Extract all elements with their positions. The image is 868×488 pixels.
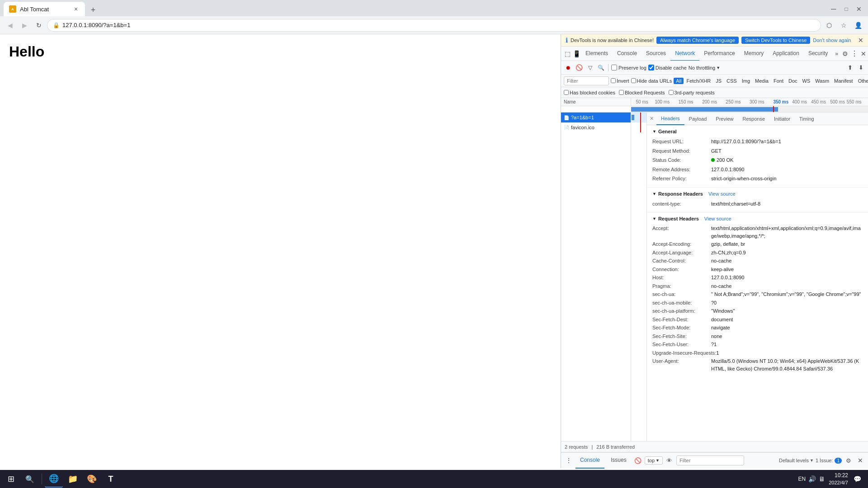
tab-application[interactable]: Application (768, 47, 804, 61)
tab-close-icon[interactable]: × (72, 5, 80, 13)
filter-type-media[interactable]: Media (753, 78, 771, 84)
upload-icon[interactable]: ⬆ (845, 63, 854, 72)
issue-count-badge[interactable]: 1 Issue: 1 (816, 458, 842, 464)
infobar-close-icon[interactable]: ✕ (858, 37, 863, 44)
console-settings-icon[interactable]: ⚙ (844, 455, 854, 465)
filter-type-font[interactable]: Font (771, 78, 786, 84)
forward-button[interactable]: ▶ (18, 19, 31, 32)
preserve-log-checkbox[interactable]: Preserve log (611, 65, 646, 70)
filter-input[interactable] (564, 76, 609, 85)
address-bar[interactable]: 🔒 127.0.0.1:8090/?a=1&b=1 (47, 19, 821, 32)
filter-type-all[interactable]: All (674, 78, 684, 84)
devtools-inspect-icon[interactable]: ⬚ (563, 47, 572, 60)
disable-cache-input[interactable] (648, 65, 654, 70)
hide-data-urls-checkbox[interactable]: Hide data URLs (631, 78, 672, 84)
blocked-cookies-checkbox[interactable]: Has blocked cookies (564, 90, 615, 95)
details-tab-timing[interactable]: Timing (795, 113, 819, 125)
details-close-icon[interactable]: ✕ (647, 116, 656, 122)
top-dropdown[interactable]: top ▼ (645, 456, 663, 465)
filter-type-css[interactable]: CSS (724, 78, 739, 84)
filter-type-wasm[interactable]: Wasm (813, 78, 831, 84)
clear-button[interactable]: 🚫 (575, 63, 584, 72)
devtools-device-icon[interactable]: 📱 (572, 47, 581, 60)
tab-network[interactable]: Network (670, 47, 699, 61)
devtools-close-icon[interactable]: ✕ (859, 47, 868, 60)
console-clear-icon[interactable]: 🚫 (633, 455, 643, 465)
search-button[interactable]: 🔍 (596, 63, 605, 72)
tab-more-icon[interactable]: » (832, 47, 841, 61)
general-header[interactable]: ▼ General (652, 129, 863, 134)
resp-view-source-link[interactable]: View source (708, 191, 736, 197)
invert-input[interactable] (611, 78, 616, 83)
devtools-more-icon[interactable]: ⋮ (850, 47, 859, 60)
record-button[interactable]: ⏺ (564, 63, 573, 72)
filter-icon-button[interactable]: ▽ (585, 63, 594, 72)
console-menu-icon[interactable]: ⋮ (564, 455, 574, 465)
invert-checkbox[interactable]: Invert (611, 78, 629, 84)
maximize-button[interactable]: □ (841, 4, 852, 14)
filter-type-img[interactable]: Img (740, 78, 752, 84)
filter-type-doc[interactable]: Doc (786, 78, 800, 84)
filter-type-manifest[interactable]: Manifest (832, 78, 855, 84)
switch-devtools-button[interactable]: Switch DevTools to Chinese (741, 37, 810, 44)
volume-icon[interactable]: 🔊 (808, 475, 816, 483)
clock[interactable]: 10:22 2022/4/7 (829, 472, 848, 486)
search-button-taskbar[interactable]: 🔍 (21, 470, 39, 488)
filter-type-js[interactable]: JS (713, 78, 724, 84)
req-view-source-link[interactable]: View source (704, 216, 731, 221)
req-headers-header[interactable]: ▼ Request Headers View source (652, 216, 863, 221)
tab-security[interactable]: Security (804, 47, 832, 61)
third-party-checkbox[interactable]: 3rd-party requests (669, 90, 715, 95)
resp-headers-header[interactable]: ▼ Response Headers View source (652, 191, 863, 197)
active-tab[interactable]: A Abl Tomcat × (4, 2, 85, 16)
explorer-taskbar-btn[interactable]: 📁 (64, 470, 82, 488)
profile-button[interactable]: 👤 (852, 19, 864, 32)
tab-memory[interactable]: Memory (740, 47, 768, 61)
minimize-button[interactable]: ─ (828, 4, 839, 14)
match-language-button[interactable]: Always match Chrome's language (656, 37, 739, 44)
extensions-button[interactable]: ⬡ (823, 19, 835, 32)
start-button[interactable]: ⊞ (2, 470, 20, 488)
new-tab-button[interactable]: + (87, 4, 99, 16)
preserve-log-input[interactable] (611, 65, 617, 70)
tab-console[interactable]: Console (613, 47, 642, 61)
hide-data-urls-input[interactable] (631, 78, 636, 83)
request-item-favicon[interactable]: 📄 favicon.ico (561, 122, 631, 132)
details-tab-payload[interactable]: Payload (684, 113, 712, 125)
third-party-input[interactable] (669, 90, 674, 95)
details-tab-headers[interactable]: Headers (656, 113, 684, 125)
details-tab-response[interactable]: Response (738, 113, 769, 125)
issues-tab[interactable]: Issues (606, 452, 631, 469)
blocked-requests-checkbox[interactable]: Blocked Requests (619, 90, 665, 95)
disable-cache-checkbox[interactable]: Disable cache (648, 65, 687, 70)
filter-type-ws[interactable]: WS (800, 78, 813, 84)
back-button[interactable]: ◀ (4, 19, 16, 32)
details-tab-initiator[interactable]: Initiator (769, 113, 795, 125)
text-editor-taskbar-btn[interactable]: T (102, 470, 120, 488)
tab-sources[interactable]: Sources (642, 47, 670, 61)
blocked-requests-input[interactable] (619, 90, 624, 95)
console-tab-active[interactable]: Console (576, 452, 604, 469)
reload-button[interactable]: ↻ (33, 19, 45, 32)
console-filter-input[interactable] (676, 455, 744, 465)
devtools-settings-icon[interactable]: ⚙ (841, 47, 850, 60)
throttling-select[interactable]: No throttling ▼ (689, 65, 720, 70)
download-icon[interactable]: ⬇ (856, 63, 865, 72)
default-levels-dropdown[interactable]: Default levels ▼ (779, 458, 814, 463)
filter-type-other[interactable]: Other (856, 78, 868, 84)
blocked-cookies-input[interactable] (564, 90, 569, 95)
network-tray-icon[interactable]: 🖥 (819, 475, 825, 483)
console-close-icon[interactable]: ✕ (855, 455, 865, 465)
notification-icon[interactable]: 💬 (852, 474, 863, 484)
bookmark-button[interactable]: ☆ (837, 19, 850, 32)
tab-elements[interactable]: Elements (581, 47, 613, 61)
idea-taskbar-btn[interactable]: 🎨 (83, 470, 101, 488)
tab-performance[interactable]: Performance (699, 47, 740, 61)
dismiss-button[interactable]: Don't show again (813, 38, 851, 43)
eye-icon[interactable]: 👁 (665, 455, 675, 465)
close-button[interactable]: ✕ (854, 4, 864, 14)
details-tab-preview[interactable]: Preview (711, 113, 738, 125)
filter-type-fetch[interactable]: Fetch/XHR (684, 78, 713, 84)
chrome-taskbar-btn[interactable]: 🌐 (45, 470, 63, 488)
request-item-main[interactable]: 📄 ?a=1&b=1 (561, 113, 631, 122)
